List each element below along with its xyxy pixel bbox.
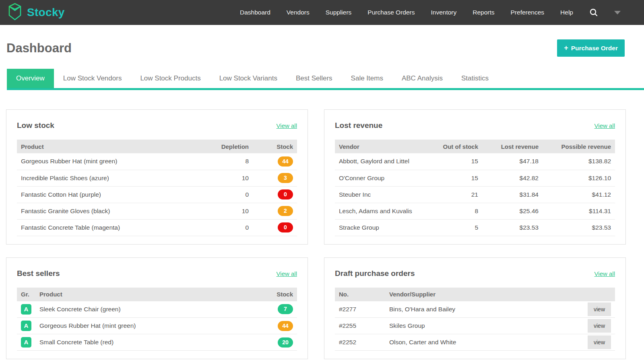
nav-item-help[interactable]: Help xyxy=(560,9,573,16)
low-stock-panel: Low stock View all Product Depletion Sto… xyxy=(6,109,308,245)
draft-purchase-orders-view-all-link[interactable]: View all xyxy=(594,270,615,277)
tab-sale-items[interactable]: Sale Items xyxy=(342,69,392,88)
tab-abc-analysis[interactable]: ABC Analysis xyxy=(392,69,452,88)
column-header-action xyxy=(579,288,615,301)
nav-item-inventory[interactable]: Inventory xyxy=(431,9,456,16)
column-header-stock: Stock xyxy=(253,288,297,301)
po-number: #2255 xyxy=(335,318,385,334)
table-header-row: Vendor Out of stock Lost revenue Possibl… xyxy=(335,140,615,153)
table-row: Fantastic Concrete Table (magenta) 0 0 xyxy=(17,219,297,236)
table-row: Fantastic Granite Gloves (black) 10 2 xyxy=(17,203,297,219)
new-purchase-order-label: Purchase Order xyxy=(571,45,618,52)
nav-items: Dashboard Vendors Suppliers Purchase Ord… xyxy=(240,8,621,17)
table-row: O'Conner Group 15 $42.82 $126.10 xyxy=(335,170,615,186)
out-of-stock-value: 8 xyxy=(430,203,482,219)
possible-revenue-value: $41.12 xyxy=(543,186,615,203)
best-sellers-title: Best sellers xyxy=(17,269,60,278)
nav-item-preferences[interactable]: Preferences xyxy=(511,9,545,16)
low-stock-view-all-link[interactable]: View all xyxy=(277,122,297,129)
possible-revenue-value: $138.82 xyxy=(543,153,615,170)
view-button[interactable]: view xyxy=(588,319,611,333)
tab-low-stock-products[interactable]: Low Stock Products xyxy=(131,69,210,88)
vendor-name: Stracke Group xyxy=(335,219,430,236)
depletion-value: 8 xyxy=(208,153,253,170)
lost-revenue-value: $25.46 xyxy=(482,203,543,219)
table-header-row: No. Vendor/Supplier xyxy=(335,288,615,301)
po-number: #2277 xyxy=(335,301,385,318)
column-header-depletion: Depletion xyxy=(208,140,253,153)
grade-badge: A xyxy=(21,321,31,331)
out-of-stock-value: 15 xyxy=(430,170,482,186)
lost-revenue-view-all-link[interactable]: View all xyxy=(594,122,615,129)
column-header-stock: Stock xyxy=(253,140,297,153)
stock-badge: 2 xyxy=(278,206,293,216)
vendor-name: Lesch, Adams and Kuvalis xyxy=(335,203,430,219)
table-row: #2255 Skiles Group view xyxy=(335,318,615,334)
product-name: Sleek Concrete Chair (green) xyxy=(35,301,253,318)
column-header-possible-revenue: Possible revenue xyxy=(543,140,615,153)
draft-purchase-orders-table: No. Vendor/Supplier #2277 Bins, O'Hara a… xyxy=(335,288,615,351)
product-name: Fantastic Granite Gloves (black) xyxy=(17,203,208,219)
vendor-supplier-name: Bins, O'Hara and Bailey xyxy=(385,301,579,318)
grade-badge: A xyxy=(21,304,31,315)
draft-purchase-orders-title: Draft purchase orders xyxy=(335,269,415,278)
tab-statistics[interactable]: Statistics xyxy=(452,69,498,88)
page-header: Dashboard + Purchase Order xyxy=(0,25,644,69)
lost-revenue-value: $42.82 xyxy=(482,170,543,186)
vendor-name: Abbott, Gaylord and Littel xyxy=(335,153,430,170)
vendor-supplier-name: Skiles Group xyxy=(385,318,579,334)
view-button[interactable]: view xyxy=(588,335,611,349)
table-header-row: Gr. Product Stock xyxy=(17,288,297,301)
stock-badge: 7 xyxy=(278,304,293,314)
best-sellers-view-all-link[interactable]: View all xyxy=(277,270,297,277)
tab-low-stock-vendors[interactable]: Low Stock Vendors xyxy=(54,69,131,88)
search-icon[interactable] xyxy=(589,8,598,17)
lost-revenue-table: Vendor Out of stock Lost revenue Possibl… xyxy=(335,140,615,236)
vendor-supplier-name: Olson, Carter and White xyxy=(385,334,579,351)
view-button[interactable]: view xyxy=(588,302,611,316)
vendor-name: Steuber Inc xyxy=(335,186,430,203)
top-navbar: Stocky Dashboard Vendors Suppliers Purch… xyxy=(0,0,644,25)
plus-icon: + xyxy=(564,44,568,52)
nav-item-vendors[interactable]: Vendors xyxy=(287,9,310,16)
stock-badge: 44 xyxy=(278,321,293,331)
product-name: Incredible Plastic Shoes (azure) xyxy=(17,170,208,186)
column-header-product: Product xyxy=(17,140,208,153)
stock-badge: 20 xyxy=(278,337,293,348)
out-of-stock-value: 5 xyxy=(430,219,482,236)
table-header-row: Product Depletion Stock xyxy=(17,140,297,153)
low-stock-table: Product Depletion Stock Gorgeous Rubber … xyxy=(17,140,297,236)
table-row: Lesch, Adams and Kuvalis 8 $25.46 $114.3… xyxy=(335,203,615,219)
chevron-down-icon[interactable] xyxy=(614,11,621,14)
vendor-name: O'Conner Group xyxy=(335,170,430,186)
tab-best-sellers[interactable]: Best Sellers xyxy=(287,69,342,88)
product-name: Small Concrete Table (red) xyxy=(35,334,253,351)
out-of-stock-value: 15 xyxy=(430,153,482,170)
table-row: #2277 Bins, O'Hara and Bailey view xyxy=(335,301,615,318)
lost-revenue-title: Lost revenue xyxy=(335,121,382,130)
nav-item-purchase-orders[interactable]: Purchase Orders xyxy=(367,9,415,16)
product-name: Gorgeous Rubber Hat (mint green) xyxy=(35,318,253,334)
nav-item-reports[interactable]: Reports xyxy=(473,9,494,16)
lost-revenue-value: $23.53 xyxy=(482,219,543,236)
table-row: Gorgeous Rubber Hat (mint green) 8 44 xyxy=(17,153,297,170)
tab-overview[interactable]: Overview xyxy=(7,69,54,88)
column-header-vendor: Vendor xyxy=(335,140,430,153)
stocky-logo[interactable]: Stocky xyxy=(6,2,65,23)
table-row: Fantastic Cotton Hat (purple) 0 0 xyxy=(17,186,297,203)
depletion-value: 10 xyxy=(208,203,253,219)
nav-item-dashboard[interactable]: Dashboard xyxy=(240,9,270,16)
draft-purchase-orders-panel: Draft purchase orders View all No. Vendo… xyxy=(324,257,626,360)
nav-item-suppliers[interactable]: Suppliers xyxy=(326,9,352,16)
stock-badge: 3 xyxy=(278,173,293,183)
table-row: Stracke Group 5 $23.53 $23.53 xyxy=(335,219,615,236)
stock-badge: 0 xyxy=(278,189,293,200)
stock-badge: 44 xyxy=(278,156,293,167)
lost-revenue-value: $47.18 xyxy=(482,153,543,170)
new-purchase-order-button[interactable]: + Purchase Order xyxy=(557,39,625,57)
page-title: Dashboard xyxy=(6,41,72,56)
out-of-stock-value: 21 xyxy=(430,186,482,203)
depletion-value: 0 xyxy=(208,219,253,236)
tab-low-stock-variants[interactable]: Low Stock Variants xyxy=(210,69,287,88)
table-row: A Gorgeous Rubber Hat (mint green) 44 xyxy=(17,318,297,334)
